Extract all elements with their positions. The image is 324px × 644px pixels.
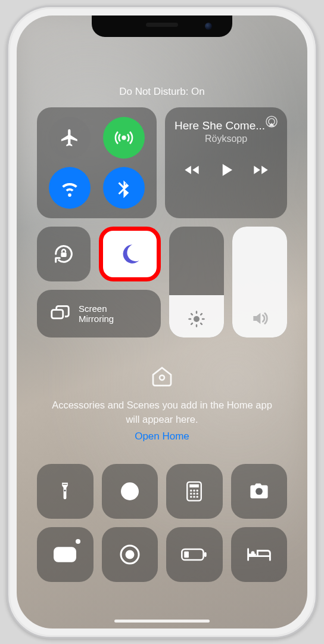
timer-icon	[119, 481, 141, 502]
next-track-button[interactable]	[253, 162, 269, 178]
svg-point-7	[64, 490, 66, 491]
svg-point-14	[190, 493, 192, 494]
camera-icon	[248, 482, 270, 500]
camera-button[interactable]	[231, 464, 288, 519]
screen-mirroring-icon	[49, 302, 71, 325]
airplane-icon	[60, 128, 80, 148]
battery-icon	[181, 547, 207, 562]
flashlight-button[interactable]	[37, 464, 94, 519]
play-button[interactable]	[217, 161, 235, 179]
track-title: Here She Come...	[175, 119, 278, 132]
volume-slider[interactable]	[232, 227, 287, 338]
low-power-button[interactable]	[166, 527, 223, 582]
svg-point-16	[197, 493, 198, 494]
notch	[92, 16, 232, 37]
screen: Do Not Disturb: On	[17, 16, 307, 628]
svg-point-13	[197, 490, 198, 491]
svg-point-0	[122, 135, 126, 140]
moon-icon	[117, 242, 142, 267]
svg-rect-10	[189, 484, 199, 487]
svg-point-27	[251, 551, 254, 555]
bed-icon	[247, 546, 272, 564]
record-icon	[119, 544, 141, 565]
svg-point-23	[125, 550, 134, 559]
brightness-slider[interactable]	[169, 227, 224, 338]
svg-point-12	[194, 490, 195, 491]
connectivity-tile	[37, 107, 157, 218]
voice-memos-button[interactable]	[37, 527, 94, 582]
svg-point-18	[194, 496, 195, 497]
svg-point-20	[256, 488, 263, 495]
wifi-button[interactable]	[49, 167, 91, 209]
svg-rect-26	[184, 552, 189, 558]
now-playing-tile[interactable]: Here She Come... Röyksopp	[165, 107, 287, 218]
svg-point-15	[194, 493, 195, 494]
home-icon	[150, 364, 174, 388]
voice-memo-icon	[54, 546, 76, 564]
bluetooth-button[interactable]	[103, 167, 145, 209]
orientation-lock-button[interactable]	[37, 227, 91, 281]
wifi-icon	[60, 178, 80, 198]
svg-point-6	[160, 375, 164, 380]
sleep-button[interactable]	[231, 527, 288, 582]
screen-mirroring-button[interactable]: Screen Mirroring	[37, 290, 161, 338]
svg-rect-4	[52, 310, 63, 318]
timer-button[interactable]	[102, 464, 158, 519]
airplane-mode-button[interactable]	[49, 117, 91, 159]
screen-mirroring-label: Screen Mirroring	[79, 304, 114, 324]
control-center: Do Not Disturb: On	[17, 16, 307, 628]
svg-point-5	[194, 316, 200, 322]
svg-rect-25	[204, 552, 207, 557]
bluetooth-icon	[114, 178, 134, 198]
svg-rect-3	[61, 253, 66, 258]
cellular-data-button[interactable]	[103, 117, 145, 159]
svg-point-11	[190, 490, 192, 491]
previous-track-button[interactable]	[183, 162, 200, 178]
volume-icon	[250, 309, 269, 328]
screen-record-button[interactable]	[102, 527, 158, 582]
home-section: Accessories and Scenes you add in the Ho…	[37, 364, 287, 442]
badge-dot	[76, 539, 80, 544]
iphone-frame: Do Not Disturb: On	[7, 5, 317, 639]
calculator-button[interactable]	[166, 464, 223, 519]
do-not-disturb-button[interactable]	[99, 227, 161, 281]
brightness-icon	[188, 310, 205, 328]
status-banner: Do Not Disturb: On	[37, 86, 287, 98]
svg-point-17	[190, 496, 192, 497]
home-placeholder-text: Accessories and Scenes you add in the Ho…	[37, 390, 287, 431]
svg-point-19	[197, 496, 198, 497]
cellular-icon	[114, 128, 134, 148]
flashlight-icon	[56, 481, 74, 501]
bottom-controls-grid	[37, 464, 287, 582]
calculator-icon	[186, 481, 202, 501]
open-home-link[interactable]: Open Home	[37, 431, 287, 442]
airplay-icon	[264, 114, 279, 129]
orientation-lock-icon	[52, 242, 76, 266]
track-artist: Röyksopp	[175, 134, 278, 144]
